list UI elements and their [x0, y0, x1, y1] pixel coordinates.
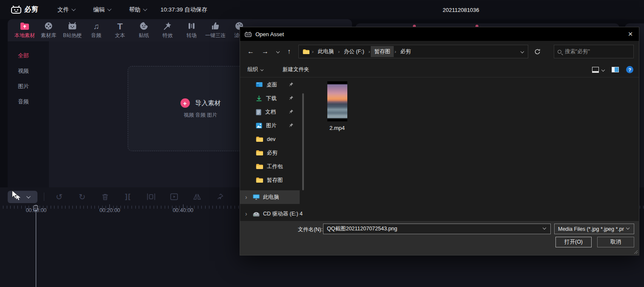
cancel-button[interactable]: 取消	[597, 237, 634, 247]
breadcrumb-zancuntu[interactable]: 暂存图	[371, 46, 394, 57]
filetype-select[interactable]: Media Files (*.jpg *.jpeg *.pr	[554, 224, 634, 234]
pin-icon	[289, 82, 294, 87]
tab-stickers[interactable]: 贴纸	[132, 21, 156, 39]
tab-audio[interactable]: ♫ 音频	[84, 21, 108, 39]
tab-one-key-triple[interactable]: 一键三连	[203, 21, 227, 39]
media-category-sidebar: 全部 视频 图片 音频	[8, 41, 49, 187]
forward-icon[interactable]: →	[260, 46, 271, 57]
text-icon: T	[117, 21, 123, 31]
category-image[interactable]: 图片	[8, 79, 49, 94]
search-input[interactable]	[565, 49, 620, 55]
sidebar-scrollbar[interactable]	[302, 93, 304, 190]
chevron-down-icon	[143, 7, 147, 11]
preview-pane-icon[interactable]	[612, 67, 619, 72]
redo-icon[interactable]: ↻	[71, 190, 94, 204]
breadcrumb-bijian[interactable]: 必剪	[397, 46, 415, 57]
sidebar-item-this-pc[interactable]: › 此电脑	[240, 190, 300, 204]
expand-chevron-icon[interactable]: ›	[245, 210, 249, 217]
tab-label: 一键三连	[205, 32, 226, 39]
crop-icon[interactable]	[140, 190, 163, 204]
sidebar-item-cd-drive[interactable]: › CD 驱动器 (E:) 4	[240, 207, 304, 221]
refresh-icon[interactable]	[532, 46, 543, 57]
pin-icon	[289, 109, 294, 114]
address-dropdown-icon[interactable]	[521, 50, 524, 53]
open-button[interactable]: 打开(O)	[555, 237, 592, 247]
sidebar-item-label: 暂存图	[267, 177, 283, 184]
folder-icon	[256, 164, 263, 169]
undo-icon[interactable]: ↺	[48, 190, 71, 204]
close-icon[interactable]: ×	[624, 29, 636, 40]
tab-effects[interactable]: 特效	[156, 21, 180, 39]
sidebar-item-gongzuobao[interactable]: 工作包	[240, 160, 304, 173]
expand-chevron-icon[interactable]: ›	[245, 194, 249, 201]
app-logo-text: 必剪	[24, 5, 39, 14]
sidebar-item-desktop[interactable]: 桌面	[240, 78, 304, 92]
delete-icon[interactable]	[94, 190, 117, 204]
sidebar-item-dev[interactable]: dev	[240, 132, 304, 146]
folder-icon	[256, 150, 263, 156]
plus-icon: +	[180, 98, 190, 108]
organize-button[interactable]: 组织	[243, 64, 267, 75]
resize-grip[interactable]	[634, 250, 638, 254]
file-item-video[interactable]: 2.mp4	[326, 81, 348, 131]
mirror-flip-icon[interactable]	[186, 190, 209, 204]
tab-transitions[interactable]: 转场	[180, 21, 203, 39]
sidebar-item-bijian[interactable]: 必剪	[240, 146, 304, 160]
video-thumbnail	[327, 81, 347, 121]
sidebar-item-label: 文档	[265, 109, 276, 116]
folder-icon	[256, 136, 263, 142]
sidebar-item-downloads[interactable]: 下载	[240, 92, 304, 105]
tab-text[interactable]: T 文本	[108, 21, 132, 39]
category-video[interactable]: 视频	[8, 63, 49, 79]
dialog-titlebar[interactable]: Open Asset ×	[240, 27, 639, 41]
new-folder-label: 新建文件夹	[283, 66, 309, 73]
import-hint: 视频 音频 图片	[184, 112, 218, 119]
category-audio[interactable]: 音频	[8, 94, 49, 109]
breadcrumb-separator: ›	[337, 49, 341, 54]
change-view-button[interactable]	[592, 67, 604, 73]
back-icon[interactable]: ←	[245, 46, 256, 57]
folder-icon	[303, 49, 309, 55]
playhead[interactable]	[36, 205, 36, 287]
menu-file-label: 文件	[57, 6, 69, 14]
help-icon[interactable]: ?	[626, 66, 633, 73]
playhead-handle[interactable]	[34, 205, 38, 211]
view-mode-icon	[592, 67, 599, 73]
ruler-label: 00:40:00	[173, 207, 194, 213]
sidebar-item-pictures[interactable]: 图片	[240, 119, 304, 132]
sidebar-item-documents[interactable]: 文档	[240, 105, 304, 119]
menu-file[interactable]: 文件	[57, 6, 74, 14]
filename-input[interactable]	[323, 224, 551, 234]
sunset-thumbnail-image	[327, 84, 347, 118]
menu-edit[interactable]: 编辑	[93, 6, 110, 14]
menu-help[interactable]: 帮助	[129, 6, 146, 14]
search-box[interactable]	[554, 45, 634, 58]
sidebar-item-label: 桌面	[266, 81, 277, 89]
file-list-area[interactable]: 2.mp4	[306, 78, 635, 221]
tab-asset-library[interactable]: 素材库	[37, 21, 60, 39]
tab-local-media[interactable]: 本地素材	[13, 21, 37, 39]
tab-label: 特效	[163, 32, 173, 39]
film-reel-icon	[44, 21, 53, 31]
thumb-up-icon	[211, 21, 220, 31]
split-clip-icon[interactable]: ][	[117, 190, 140, 204]
sidebar-item-zancuntu[interactable]: 暂存图	[240, 173, 304, 187]
breadcrumb-separator: ›	[394, 49, 397, 54]
app-window: 必剪 文件 编辑 帮助 10:37:39 自动保存 202112081036 本…	[0, 0, 644, 287]
new-folder-button[interactable]: 新建文件夹	[279, 64, 313, 75]
recent-locations-icon[interactable]	[272, 46, 283, 57]
address-bar[interactable]: › 此电脑 › 办公 (F:) › 暂存图 › 必剪	[298, 45, 528, 58]
category-all[interactable]: 全部	[8, 48, 49, 63]
up-icon[interactable]: ↑	[283, 46, 295, 57]
select-tool-button[interactable]	[8, 191, 37, 203]
pin-icon[interactable]	[209, 190, 232, 204]
breadcrumb-drive-f[interactable]: 办公 (F:)	[341, 46, 368, 57]
filename-label: 文件名(N):	[291, 226, 323, 233]
music-note-icon: ♫	[93, 21, 99, 31]
tab-bilibili-memes[interactable]: B站热梗	[60, 21, 84, 39]
breadcrumb-this-pc[interactable]: 此电脑	[315, 46, 338, 57]
import-label: 导入素材	[195, 99, 221, 107]
cursor-arrow-icon	[16, 194, 21, 201]
sidebar-item-label: CD 驱动器 (E:) 4	[263, 210, 303, 218]
freeze-frame-icon[interactable]	[163, 190, 186, 204]
